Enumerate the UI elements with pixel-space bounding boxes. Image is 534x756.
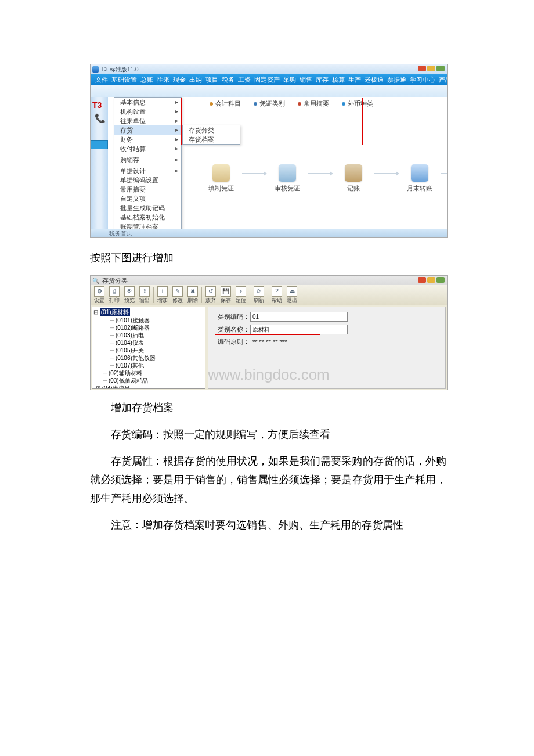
tree-item[interactable]: (0101)接触器 <box>93 316 204 324</box>
rule-label: 编码原则： <box>218 337 250 346</box>
menu-product-service[interactable]: 产品服务 <box>439 75 448 84</box>
arrow-icon <box>308 173 333 174</box>
name-label: 类别名称： <box>218 325 250 334</box>
quick-links: 会计科目 凭证类别 常用摘要 外币种类 <box>210 99 373 108</box>
menu-basic-settings[interactable]: 基础设置 <box>111 75 137 84</box>
menu-project[interactable]: 项目 <box>205 75 218 84</box>
traffic-light-icon[interactable] <box>436 66 445 71</box>
tbtn-add[interactable]: +增加 <box>155 286 170 304</box>
workflow-node-fill-voucher[interactable]: 填制凭证 <box>204 164 239 193</box>
traffic-light-icon[interactable] <box>436 277 445 283</box>
menu-learning[interactable]: 学习中心 <box>410 75 435 84</box>
voucher-icon <box>212 164 230 182</box>
exit-icon: ⏏ <box>287 286 297 297</box>
tbtn-locate[interactable]: ⌖定位 <box>233 286 248 304</box>
submenu-item-inventory-file[interactable]: 存货档案 <box>183 135 240 144</box>
inventory-submenu: 存货分类 存货档案 <box>182 125 240 145</box>
traffic-light-icon[interactable] <box>418 277 426 283</box>
tbtn-edit[interactable]: ✎修改 <box>170 286 185 304</box>
help-icon: ? <box>272 286 282 297</box>
menu-item-receipt-settle[interactable]: 收付结算 <box>114 144 181 153</box>
tbtn-help[interactable]: ?帮助 <box>269 286 284 304</box>
menu-boss[interactable]: 老板通 <box>365 75 384 84</box>
menu-item-doc-design[interactable]: 单据设计 <box>114 166 181 175</box>
arrow-icon <box>441 173 448 174</box>
menu-general-ledger[interactable]: 总账 <box>140 75 153 84</box>
tree-item[interactable]: (0106)其他仪器 <box>93 354 204 362</box>
menu-purchase[interactable]: 采购 <box>283 75 296 84</box>
name-input[interactable]: 原材料 <box>250 325 348 334</box>
tbtn-abandon[interactable]: ↺放弃 <box>203 286 218 304</box>
refresh-icon: ⟳ <box>254 286 264 297</box>
traffic-light-icon[interactable] <box>418 66 426 71</box>
workflow-row: 填制凭证 审核凭证 记账 月末转账 <box>204 164 448 193</box>
tbtn-exit[interactable]: ⏏退出 <box>284 286 300 304</box>
tbtn-delete[interactable]: ✖删除 <box>185 286 200 304</box>
menu-item-batch-mnemonic[interactable]: 批量生成助记码 <box>114 203 181 213</box>
tabstrip <box>91 85 447 97</box>
workflow-node-month-transfer[interactable]: 月末转账 <box>402 164 437 193</box>
menu-fixed-assets[interactable]: 固定资产 <box>254 75 280 84</box>
menu-inventory[interactable]: 库存 <box>316 75 329 84</box>
tree-item[interactable]: (0104)仪表 <box>93 339 204 347</box>
logo-t3: T3 <box>92 100 102 110</box>
tree-item[interactable]: (0103)插电 <box>93 332 204 339</box>
workflow-node-audit-voucher[interactable]: 审核凭证 <box>270 164 305 193</box>
workflow-label: 月末转账 <box>407 184 432 193</box>
menu-item-base-init[interactable]: 基础档案初始化 <box>114 213 181 222</box>
tbtn-refresh[interactable]: ⟳刷新 <box>251 286 266 304</box>
window-controls <box>418 277 445 283</box>
toolbar: ⚙设置 ⎙打印 👁预览 ⇪输出 +增加 ✎修改 ✖删除 ↺放弃 💾保存 ⌖定位 … <box>91 285 447 305</box>
menu-cash[interactable]: 现金 <box>173 75 186 84</box>
menu-item-finance[interactable]: 财务 <box>114 135 181 144</box>
category-tree[interactable]: ⊟ (01)原材料 (0101)接触器 (0102)断路器 (0103)插电 (… <box>92 307 205 389</box>
menu-item-custom-items[interactable]: 自定义项 <box>114 194 181 203</box>
window-titlebar: T3-标准版11.0 <box>91 64 447 74</box>
menu-sales[interactable]: 销售 <box>300 75 312 84</box>
tree-item[interactable]: (02)辅助材料 <box>93 369 204 377</box>
menu-cashier[interactable]: 出纳 <box>189 75 202 84</box>
menu-costing[interactable]: 核算 <box>332 75 345 84</box>
quick-link-account-subject[interactable]: 会计科目 <box>210 99 241 108</box>
menubar[interactable]: 文件 基础设置 总账 往来 现金 出纳 项目 税务 工资 固定资产 采购 销售 … <box>91 74 447 85</box>
code-input[interactable]: 01 <box>250 312 348 322</box>
submenu-item-inventory-category[interactable]: 存货分类 <box>183 125 240 135</box>
window-controls <box>418 66 445 71</box>
print-icon: ⎙ <box>109 286 120 297</box>
basic-settings-dropdown: 基本信息 机构设置 往来单位 存货 财务 收付结算 购销存 单据设计 单据编码设… <box>114 97 182 238</box>
menu-item-psi[interactable]: 购销存 <box>114 155 181 164</box>
menu-item-doc-code[interactable]: 单据编码设置 <box>114 175 181 185</box>
tree-root[interactable]: (01)原材料 <box>100 308 130 316</box>
traffic-light-icon[interactable] <box>427 66 435 71</box>
quick-link-foreign-currency[interactable]: 外币种类 <box>342 99 373 108</box>
menu-item-common-summary[interactable]: 常用摘要 <box>114 185 181 194</box>
tree-item[interactable]: (0107)其他 <box>93 362 204 369</box>
menu-item-inventory[interactable]: 存货 <box>114 125 181 135</box>
menu-item-biz-contacts[interactable]: 往来单位 <box>114 116 181 125</box>
tree-item[interactable]: (0105)开关 <box>93 347 204 354</box>
menu-contacts[interactable]: 往来 <box>157 75 169 84</box>
quick-link-voucher-category[interactable]: 凭证类别 <box>254 99 285 108</box>
menu-bills[interactable]: 票据通 <box>387 75 406 84</box>
rule-value: ** ** ** ** *** <box>250 339 287 345</box>
paragraph: 按照下图进行增加 <box>90 249 446 267</box>
tree-item[interactable]: (03)低值易耗品 <box>93 377 204 384</box>
menu-tax[interactable]: 税务 <box>222 75 234 84</box>
tree-item[interactable]: (04)半成品 <box>102 385 130 389</box>
menu-file[interactable]: 文件 <box>95 75 108 84</box>
workflow-label: 审核凭证 <box>275 184 300 193</box>
quick-link-common-summary[interactable]: 常用摘要 <box>298 99 329 108</box>
menu-item-basic-info[interactable]: 基本信息 <box>114 98 181 107</box>
tree-item[interactable]: (0102)断路器 <box>93 324 204 332</box>
audit-icon <box>279 164 296 182</box>
tbtn-export[interactable]: ⇪输出 <box>137 286 152 304</box>
menu-item-org-settings[interactable]: 机构设置 <box>114 107 181 116</box>
tbtn-settings[interactable]: ⚙设置 <box>92 286 107 304</box>
tbtn-preview[interactable]: 👁预览 <box>122 286 137 304</box>
tbtn-save[interactable]: 💾保存 <box>218 286 233 304</box>
workflow-node-posting[interactable]: 记账 <box>336 164 371 193</box>
tbtn-print[interactable]: ⎙打印 <box>107 286 122 304</box>
traffic-light-icon[interactable] <box>427 277 435 283</box>
menu-salary[interactable]: 工资 <box>238 75 251 84</box>
menu-production[interactable]: 生产 <box>348 75 361 84</box>
